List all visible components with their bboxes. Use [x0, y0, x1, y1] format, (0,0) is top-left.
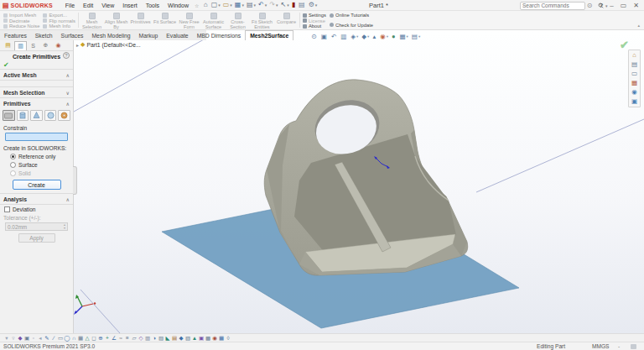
tool-icon[interactable]: △ [84, 334, 91, 342]
tool-icon[interactable]: ◉ [211, 334, 218, 342]
manager-tab[interactable]: ◉ [52, 41, 65, 50]
tag-icon[interactable] [631, 344, 636, 349]
radio-option[interactable]: Solid [0, 169, 73, 177]
graphics-area[interactable]: ▸ ◆ Part1 (Default<<De... ⊙▣↶▥◈▾◆▾▴◉▾●▦▾… [74, 30, 644, 333]
ribbon-tab[interactable]: Mesh Modeling [87, 31, 134, 40]
section-analysis[interactable]: Analysis ∧ [0, 193, 73, 205]
ribbon-small-button[interactable]: Reduce Noise [3, 24, 39, 29]
menu-item[interactable]: Edit [79, 0, 97, 11]
section-primitives[interactable]: Primitives ∧ [0, 98, 73, 108]
menu-pin-icon[interactable]: ☆ [195, 3, 199, 8]
tool-icon[interactable]: ▧ [184, 334, 191, 342]
ribbon-small-button[interactable]: Mesh Info [43, 24, 75, 29]
flyout-arrow-icon[interactable]: ▸ [76, 42, 79, 48]
tool-icon[interactable]: ▣ [23, 334, 30, 342]
tool-icon[interactable]: ▤ [171, 334, 178, 342]
task-pane-icon[interactable]: ▣ [631, 98, 637, 105]
tool-icon[interactable]: ▨ [158, 334, 164, 342]
quick-access-button[interactable]: ▮ [292, 1, 296, 9]
ribbon-tab[interactable]: Sketch [31, 31, 57, 40]
feature-tree-flyout[interactable]: ▸ ◆ Part1 (Default<<De... [76, 41, 141, 48]
quick-access-button[interactable]: ↶▾ [258, 1, 267, 9]
tool-icon[interactable]: ▩ [205, 334, 211, 342]
manager-tab[interactable]: ▤ [2, 41, 14, 50]
minimize-button[interactable]: – [610, 0, 613, 11]
tool-icon[interactable]: ⊕ [97, 334, 104, 342]
tool-icon[interactable]: ▿ [10, 334, 17, 342]
quick-access-button[interactable]: ▭▾ [223, 1, 232, 9]
tool-icon[interactable]: ▥ [144, 334, 151, 342]
menu-item[interactable]: Tools [142, 0, 164, 11]
quick-access-button[interactable]: ↷▾ [269, 1, 278, 9]
section-active-mesh[interactable]: Active Mesh ∧ [0, 70, 73, 81]
view-tool-button[interactable]: ▥ [340, 33, 349, 40]
panel-collapse-handle[interactable] [73, 166, 77, 195]
quick-access-button[interactable]: ▢▾ [211, 1, 221, 9]
tool-icon[interactable]: ◆ [17, 334, 23, 342]
tool-icon[interactable]: ∕ [50, 334, 57, 342]
ribbon-tab[interactable]: MBD Dimensions [193, 31, 246, 40]
collapse-caret-icon[interactable]: ∧ [66, 72, 70, 78]
tool-icon[interactable]: ▦ [77, 334, 84, 342]
radio-icon[interactable] [10, 170, 16, 176]
task-pane-icon[interactable]: ⌂ [632, 52, 636, 59]
ribbon-tab[interactable]: Surfaces [57, 31, 88, 40]
tool-icon[interactable]: ∩ [70, 334, 77, 342]
tool-icon[interactable]: ◂ [37, 334, 44, 342]
collapse-caret-icon[interactable]: ∧ [66, 101, 70, 107]
view-tool-button[interactable]: ◆▾ [361, 33, 371, 40]
tool-icon[interactable]: ▲ [191, 334, 198, 342]
constrain-selection-field[interactable] [5, 133, 68, 141]
ribbon-large-button[interactable]: Mesh Selection [80, 12, 104, 29]
tool-icon[interactable]: ◇ [138, 334, 144, 342]
tool-icon[interactable]: ◑ [151, 334, 158, 342]
tool-icon[interactable]: ∠ [111, 334, 117, 342]
tool-icon[interactable]: ▱ [131, 334, 138, 342]
user-icon[interactable]: ⊙ [587, 0, 593, 11]
ribbon-tab[interactable]: Features [0, 31, 31, 40]
primitive-cylinder-button[interactable] [17, 110, 29, 121]
view-tool-button[interactable]: ▣ [319, 33, 329, 40]
tool-icon[interactable]: + [104, 334, 111, 342]
view-tool-button[interactable]: ◉▾ [379, 33, 390, 40]
view-tool-button[interactable]: ↶ [330, 33, 338, 40]
ribbon-large-button[interactable]: Fit Surface [153, 12, 177, 29]
tool-icon[interactable]: ◯ [64, 334, 70, 342]
ribbon-collapse-icon[interactable]: ▴ [637, 23, 640, 28]
tool-icon[interactable]: ◻ [91, 334, 97, 342]
view-tool-button[interactable]: ▦▾ [398, 33, 409, 40]
ribbon-small-button[interactable]: Check for Update [330, 23, 373, 29]
task-pane-icon[interactable]: ▤ [631, 61, 637, 68]
ribbon-large-button[interactable]: New Free Form [177, 12, 201, 29]
quick-access-button[interactable]: ▦▾ [235, 1, 244, 9]
tool-icon[interactable]: ▣ [198, 334, 205, 342]
menu-item[interactable]: Window [164, 0, 193, 11]
radio-icon[interactable] [10, 162, 16, 168]
spinner-arrows-icon[interactable]: ▴▾ [64, 223, 65, 230]
tool-icon[interactable]: ▭ [57, 334, 64, 342]
menu-item[interactable]: Insert [118, 0, 142, 11]
menu-item[interactable]: File [61, 0, 79, 11]
create-button[interactable]: Create [13, 180, 61, 190]
model-canvas[interactable] [74, 39, 644, 333]
ribbon-large-button[interactable]: Cross-Section [226, 12, 250, 29]
tool-icon[interactable]: ▫ [30, 334, 37, 342]
tool-icon[interactable]: ≈ [117, 334, 124, 342]
ribbon-large-button[interactable]: Fit Sketch Entities [250, 12, 274, 29]
view-tool-button[interactable]: ▴ [371, 33, 378, 40]
ribbon-large-button[interactable]: Compare [274, 12, 299, 29]
part-tree-label[interactable]: Part1 (Default<<De... [86, 42, 140, 48]
section-mesh-selection[interactable]: Mesh Selection ∨ [0, 87, 73, 98]
tool-icon[interactable]: ▦ [218, 334, 225, 342]
search-box[interactable]: ▾ [520, 2, 585, 10]
ribbon-large-button[interactable]: Primitives [128, 12, 153, 29]
task-pane-icon[interactable]: ◉ [631, 89, 637, 96]
close-button[interactable]: ✕ [633, 0, 639, 11]
tool-icon[interactable]: ◆ [178, 334, 184, 342]
primitive-cone-button[interactable] [30, 110, 43, 121]
radio-option[interactable]: Reference only [0, 152, 73, 160]
ribbon-tab[interactable]: Mesh2Surface [245, 30, 293, 40]
manager-tab[interactable]: ▥ [14, 41, 27, 50]
view-tool-button[interactable]: ⊙ [310, 33, 319, 40]
ok-check-icon[interactable]: ✔ [3, 61, 9, 69]
